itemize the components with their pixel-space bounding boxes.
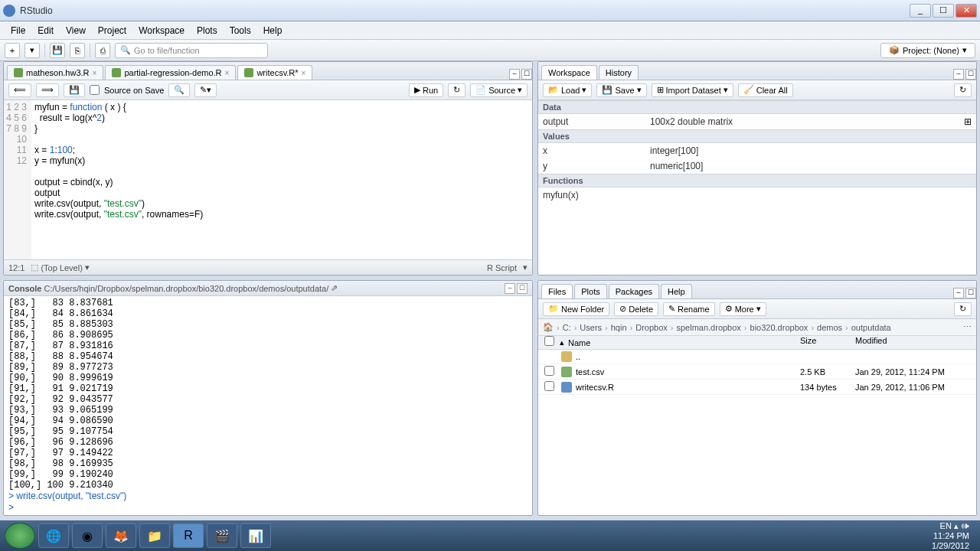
import-button[interactable]: ⊞ Import Dataset▾ [652,83,733,97]
save-all-button[interactable]: ⎘ [70,43,85,58]
col-name[interactable]: Name [568,338,590,347]
window-close-button[interactable]: ✕ [956,4,977,18]
taskbar-excel-icon[interactable]: 📊 [240,523,271,548]
rename-button[interactable]: ✎ Rename [663,302,715,316]
file-checkbox[interactable] [544,366,554,376]
save-ws-button[interactable]: 💾 Save▾ [596,83,646,97]
tab-help[interactable]: Help [661,284,692,298]
open-file-button[interactable]: ▾ [24,43,40,58]
col-modified[interactable]: Modified [855,336,976,349]
save-source-button[interactable]: 💾 [64,83,85,97]
new-folder-button[interactable]: 📁 New Folder [543,302,609,316]
source-on-save-checkbox[interactable] [90,85,100,95]
breadcrumb-item[interactable]: outputdata [851,323,891,332]
pane-minimize-button[interactable]: – [505,283,515,294]
pane-maximize-button[interactable]: ☐ [517,283,528,294]
clear-button[interactable]: 🧹 Clear All [738,83,793,97]
close-icon[interactable]: × [302,69,306,77]
menu-help[interactable]: Help [257,24,289,37]
find-button[interactable]: 🔍 [168,83,190,97]
start-button[interactable] [5,523,35,549]
tab-packages[interactable]: Packages [609,284,659,298]
taskbar-chrome-icon[interactable]: ◉ [72,523,103,548]
col-size[interactable]: Size [800,336,855,349]
menu-project[interactable]: Project [92,24,132,37]
close-icon[interactable]: × [225,69,230,77]
breadcrumb-item[interactable]: Dropbox [635,323,668,332]
pane-maximize-button[interactable]: ☐ [965,288,976,298]
project-button[interactable]: 📦 Project: (None) ▾ [880,43,975,58]
scope-label[interactable]: (Top Level) [41,263,82,272]
sort-icon[interactable]: ▴ [560,337,564,347]
home-icon[interactable]: 🏠 [543,322,554,332]
tab-files[interactable]: Files [541,284,573,298]
rerun-button[interactable]: ↻ [448,83,466,97]
close-icon[interactable]: × [93,69,97,77]
select-all-checkbox[interactable] [544,336,554,346]
tab-workspace[interactable]: Workspace [541,65,597,80]
save-button[interactable]: 💾 [50,43,65,58]
code-content[interactable]: myfun = function ( x ) { result = log(x^… [31,100,532,259]
menu-edit[interactable]: Edit [31,24,60,37]
refresh-button[interactable]: ↻ [954,83,972,97]
refresh-files-button[interactable]: ↻ [954,302,972,316]
magic-wand-button[interactable]: ✎▾ [194,83,217,97]
file-row[interactable]: writecsv.R 134 bytes Jan 29, 2012, 11:06… [538,380,976,395]
run-button[interactable]: ▶ Run [409,83,443,97]
menu-workspace[interactable]: Workspace [132,24,191,37]
taskbar-explorer-icon[interactable]: 📁 [139,523,170,548]
menu-tools[interactable]: Tools [224,24,257,37]
file-row[interactable]: test.csv 2.5 KB Jan 29, 2012, 11:24 PM [538,364,976,380]
source-tab-2[interactable]: writecsv.R*× [237,65,312,80]
source-label: Source [488,86,515,95]
breadcrumb-item[interactable]: hqin [611,323,627,332]
console-output[interactable]: [83,] 83 8.837681 [84,] 84 8.861634 [85,… [4,296,532,515]
workspace-row[interactable]: xinteger[100] [538,143,976,158]
more-button[interactable]: ⚙ More▾ [720,302,766,316]
path-browse-icon[interactable]: ⇗ [331,283,338,293]
window-minimize-button[interactable]: _ [910,4,931,18]
breadcrumb-item[interactable]: C: [563,323,571,332]
source-button[interactable]: 📄 Source ▾ [470,83,528,97]
code-editor[interactable]: 1 2 3 4 5 6 7 8 9 10 11 12 myfun = funct… [4,100,532,259]
pane-minimize-button[interactable]: – [509,69,520,80]
print-button[interactable]: ⎙ [95,43,110,58]
breadcrumb-more-icon[interactable]: ⋯ [963,322,972,332]
breadcrumb-item[interactable]: spelman.dropbox [676,323,740,332]
system-tray[interactable]: EN ▴ 🕪 11:24 PM 1/29/2012 [926,521,975,551]
grid-icon[interactable]: ⊞ [964,116,972,127]
tab-plots[interactable]: Plots [574,284,606,298]
menu-view[interactable]: View [60,24,92,37]
load-button[interactable]: 📂 Load▾ [543,83,592,97]
workspace-row[interactable]: myfun(x) [538,187,976,203]
file-size: 134 bytes [800,383,855,392]
taskbar-rstudio-icon[interactable]: R [173,523,204,548]
menu-plots[interactable]: Plots [191,24,224,37]
breadcrumb-item[interactable]: demos [817,323,842,332]
taskbar-ie-icon[interactable]: 🌐 [38,523,69,548]
taskbar-firefox-icon[interactable]: 🦊 [106,523,136,548]
workspace-row[interactable]: ynumeric[100] [538,158,976,174]
breadcrumb-item[interactable]: Users [580,323,602,332]
taskbar-media-icon[interactable]: 🎬 [207,523,237,548]
delete-button[interactable]: ⊘ Delete [614,302,658,316]
back-button[interactable]: ⟸ [8,83,31,97]
app-icon [3,5,15,17]
window-maximize-button[interactable]: ☐ [933,4,954,18]
tab-history[interactable]: History [599,65,639,80]
new-file-button[interactable]: + [5,43,20,58]
source-tab-1[interactable]: partial-regression-demo.R× [105,65,236,80]
pane-maximize-button[interactable]: ☐ [521,69,532,80]
breadcrumb-item[interactable]: bio320.dropbox [750,323,808,332]
file-checkbox[interactable] [544,381,554,391]
pane-minimize-button[interactable]: – [953,69,964,80]
source-tab-0[interactable]: matheson.hw3.R× [7,65,103,80]
language-label[interactable]: R Script [487,263,517,272]
forward-button[interactable]: ⟹ [36,83,59,97]
menu-file[interactable]: File [5,24,31,37]
file-row-up[interactable]: .. [538,350,976,364]
pane-minimize-button[interactable]: – [953,288,964,298]
goto-function-input[interactable]: 🔍 Go to file/function [115,43,268,58]
workspace-row[interactable]: output100x2 double matrix⊞ [538,114,976,129]
pane-maximize-button[interactable]: ☐ [965,69,976,80]
